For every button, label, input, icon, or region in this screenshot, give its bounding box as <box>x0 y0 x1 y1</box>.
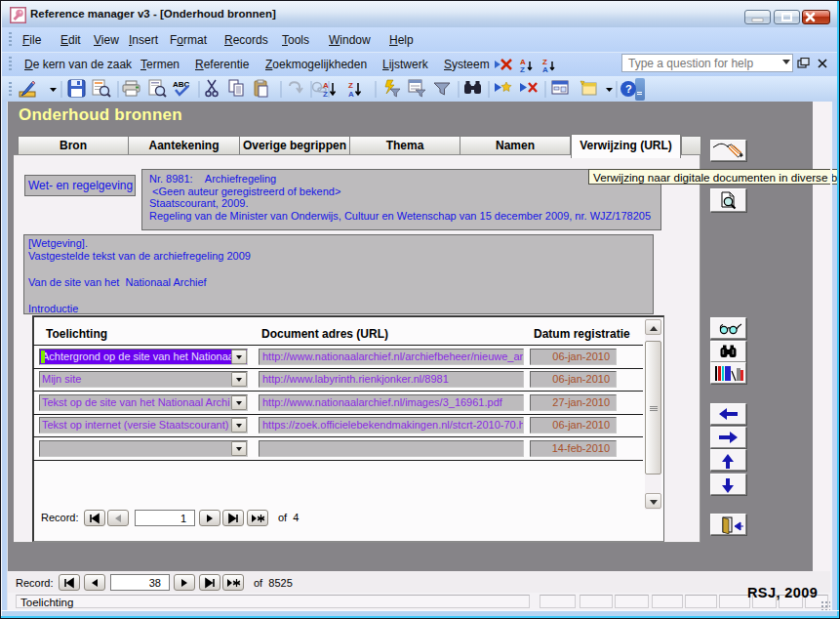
svg-text:Z: Z <box>323 90 328 99</box>
svg-text:?: ? <box>625 83 632 95</box>
svg-text:Z: Z <box>520 65 525 73</box>
svg-text:A: A <box>542 65 548 73</box>
svg-text:A: A <box>348 90 354 99</box>
svg-text:Z: Z <box>348 81 353 90</box>
svg-text:A: A <box>323 81 329 90</box>
